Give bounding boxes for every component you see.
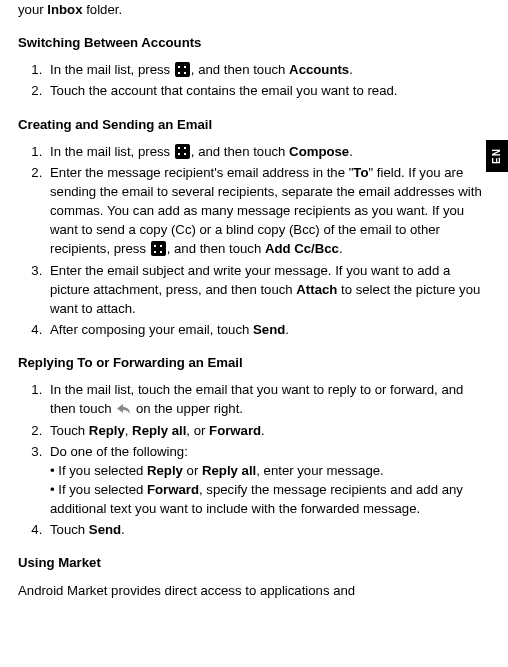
step: Do one of the following: • If you select… [46, 442, 490, 519]
heading-replying: Replying To or Forwarding an Email [18, 353, 490, 372]
step: Enter the email subject and write your m… [46, 261, 490, 318]
step: In the mail list, press , and then touch… [46, 142, 490, 161]
text: , [125, 423, 132, 438]
send-label: Send [89, 522, 121, 537]
text: . [285, 322, 289, 337]
step: Enter the message recipient's email addr… [46, 163, 490, 259]
step: Touch the account that contains the emai… [46, 81, 490, 100]
text: , and then touch [191, 62, 289, 77]
reply-label: Reply [147, 463, 183, 478]
heading-switching: Switching Between Accounts [18, 33, 490, 52]
text: . [121, 522, 125, 537]
accounts-label: Accounts [289, 62, 349, 77]
steps-creating: In the mail list, press , and then touch… [18, 142, 490, 339]
menu-icon [151, 241, 166, 256]
text: on the upper right. [132, 401, 243, 416]
text: In the mail list, press [50, 62, 174, 77]
text: , or [186, 423, 209, 438]
reply-icon [116, 402, 131, 415]
intro-line: your Inbox folder. [18, 0, 490, 19]
text: Touch [50, 522, 89, 537]
text: Touch [50, 423, 89, 438]
text: . [339, 241, 343, 256]
text: , enter your message. [256, 463, 384, 478]
steps-switching: In the mail list, press , and then touch… [18, 60, 490, 100]
step: Touch Reply, Reply all, or Forward. [46, 421, 490, 440]
language-tab: EN [486, 140, 509, 172]
text: Enter the message recipient's email addr… [50, 165, 353, 180]
attach-label: Attach [296, 282, 337, 297]
bullet: • If you selected Reply or Reply all, en… [50, 461, 490, 480]
step: In the mail list, touch the email that y… [46, 380, 490, 418]
text: , and then touch [191, 144, 289, 159]
text: folder. [83, 2, 123, 17]
text: . [349, 62, 353, 77]
steps-replying: In the mail list, touch the email that y… [18, 380, 490, 539]
reply-label: Reply [89, 423, 125, 438]
step: In the mail list, press , and then touch… [46, 60, 490, 79]
text: or [183, 463, 202, 478]
heading-market: Using Market [18, 553, 490, 572]
menu-icon [175, 144, 190, 159]
text: . [261, 423, 265, 438]
compose-label: Compose [289, 144, 349, 159]
text: Do one of the following: [50, 444, 188, 459]
text: • If you selected [50, 463, 147, 478]
text: your [18, 2, 47, 17]
send-label: Send [253, 322, 285, 337]
reply-all-label: Reply all [202, 463, 256, 478]
add-cc-bcc-label: Add Cc/Bcc [265, 241, 339, 256]
text: In the mail list, press [50, 144, 174, 159]
forward-label: Forward [209, 423, 261, 438]
text: • If you selected [50, 482, 147, 497]
to-label: To [353, 165, 368, 180]
menu-icon [175, 62, 190, 77]
step: After composing your email, touch Send. [46, 320, 490, 339]
text: . [349, 144, 353, 159]
market-body: Android Market provides direct access to… [18, 581, 490, 600]
bullet: • If you selected Forward, specify the m… [50, 480, 490, 518]
reply-all-label: Reply all [132, 423, 186, 438]
text: After composing your email, touch [50, 322, 253, 337]
inbox-label: Inbox [47, 2, 82, 17]
text: , and then touch [167, 241, 265, 256]
heading-creating: Creating and Sending an Email [18, 115, 490, 134]
step: Touch Send. [46, 520, 490, 539]
forward-label: Forward [147, 482, 199, 497]
text: In the mail list, touch the email that y… [50, 382, 463, 416]
